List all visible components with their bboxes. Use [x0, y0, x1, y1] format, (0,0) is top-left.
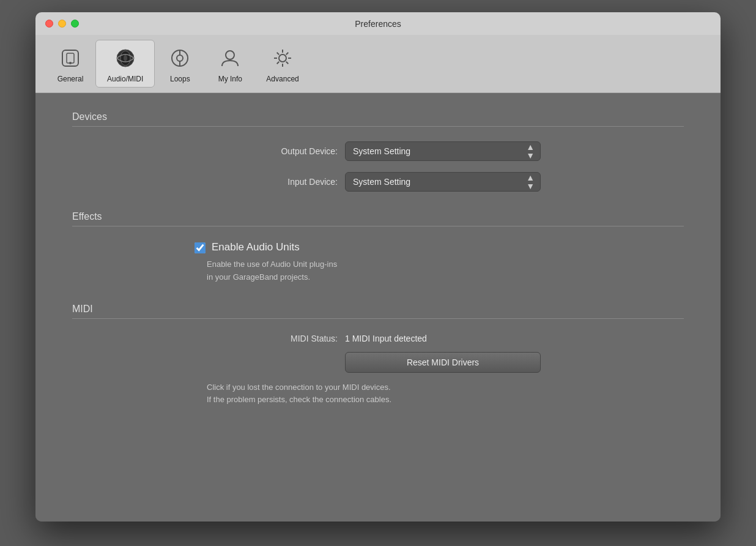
midi-divider	[72, 318, 684, 319]
tab-loops[interactable]: Loops	[155, 40, 205, 87]
input-device-label: Input Device:	[215, 177, 338, 187]
input-device-select[interactable]: System Setting Built-in Input	[345, 172, 541, 192]
input-device-row: Input Device: System Setting Built-in In…	[72, 172, 684, 192]
reset-midi-button-row: Reset MIDI Drivers	[72, 352, 684, 373]
svg-point-2	[69, 62, 72, 64]
effects-section-title: Effects	[72, 211, 684, 222]
my-info-icon	[216, 44, 244, 72]
window-title: Preferences	[355, 19, 401, 29]
effects-divider	[72, 226, 684, 226]
preferences-window: Preferences General	[35, 12, 721, 522]
toolbar: General Audio/MIDI	[35, 35, 721, 93]
svg-line-17	[286, 62, 289, 64]
midi-desc-line2: If the problem persists, check the conne…	[207, 395, 391, 404]
tab-advanced-label: Advanced	[266, 75, 298, 83]
tab-audio-midi[interactable]: Audio/MIDI	[95, 40, 155, 88]
svg-line-16	[277, 53, 280, 55]
enable-audio-units-label: Enable Audio Units	[212, 241, 300, 253]
midi-section: MIDI MIDI Status: 1 MIDI Input detected …	[72, 304, 684, 407]
devices-section-title: Devices	[72, 111, 684, 122]
svg-point-5	[124, 55, 127, 61]
input-device-select-wrapper: System Setting Built-in Input ▲▼	[345, 172, 541, 192]
devices-section: Devices Output Device: System Setting Bu…	[72, 111, 684, 192]
midi-section-title: MIDI	[72, 304, 684, 315]
enable-audio-units-row: Enable Audio Units	[72, 241, 684, 253]
midi-desc-line1: Click if you lost the connection to your…	[207, 383, 391, 392]
enable-audio-units-checkbox[interactable]	[195, 242, 206, 253]
svg-point-10	[226, 51, 234, 59]
devices-divider	[72, 126, 684, 127]
svg-line-18	[286, 53, 289, 55]
loops-icon	[166, 44, 194, 72]
output-device-select-wrapper: System Setting Built-in Output ▲▼	[345, 141, 541, 161]
traffic-lights	[45, 20, 79, 28]
enable-audio-units-desc-line1: Enable the use of Audio Unit plug-ins	[207, 260, 337, 269]
tab-advanced[interactable]: Advanced	[255, 40, 309, 87]
tab-my-info-label: My Info	[218, 75, 242, 83]
enable-audio-units-desc-line2: in your GarageBand projects.	[207, 272, 310, 282]
tab-loops-label: Loops	[170, 75, 190, 83]
midi-status-row: MIDI Status: 1 MIDI Input detected	[72, 334, 684, 343]
svg-point-7	[177, 55, 183, 61]
effects-section: Effects Enable Audio Units Enable the us…	[72, 211, 684, 284]
tab-general-label: General	[57, 75, 84, 83]
svg-rect-1	[67, 53, 74, 63]
midi-status-value: 1 MIDI Input detected	[345, 334, 541, 343]
close-button[interactable]	[45, 20, 53, 28]
tab-audio-midi-label: Audio/MIDI	[107, 75, 143, 83]
advanced-icon	[269, 44, 297, 72]
enable-audio-units-description: Enable the use of Audio Unit plug-ins in…	[72, 258, 684, 284]
general-icon	[56, 44, 84, 72]
content-area: Devices Output Device: System Setting Bu…	[35, 93, 721, 522]
svg-point-11	[279, 54, 286, 62]
output-device-label: Output Device:	[215, 146, 338, 156]
midi-description: Click if you lost the connection to your…	[72, 381, 684, 407]
titlebar: Preferences	[35, 12, 721, 35]
reset-midi-drivers-button[interactable]: Reset MIDI Drivers	[345, 352, 541, 373]
svg-line-19	[277, 62, 280, 64]
maximize-button[interactable]	[71, 20, 79, 28]
tab-my-info[interactable]: My Info	[205, 40, 255, 87]
midi-status-label: MIDI Status:	[215, 334, 338, 343]
output-device-row: Output Device: System Setting Built-in O…	[72, 141, 684, 161]
minimize-button[interactable]	[58, 20, 66, 28]
tab-general[interactable]: General	[45, 40, 95, 87]
output-device-select[interactable]: System Setting Built-in Output	[345, 141, 541, 161]
audio-midi-icon	[111, 44, 139, 72]
